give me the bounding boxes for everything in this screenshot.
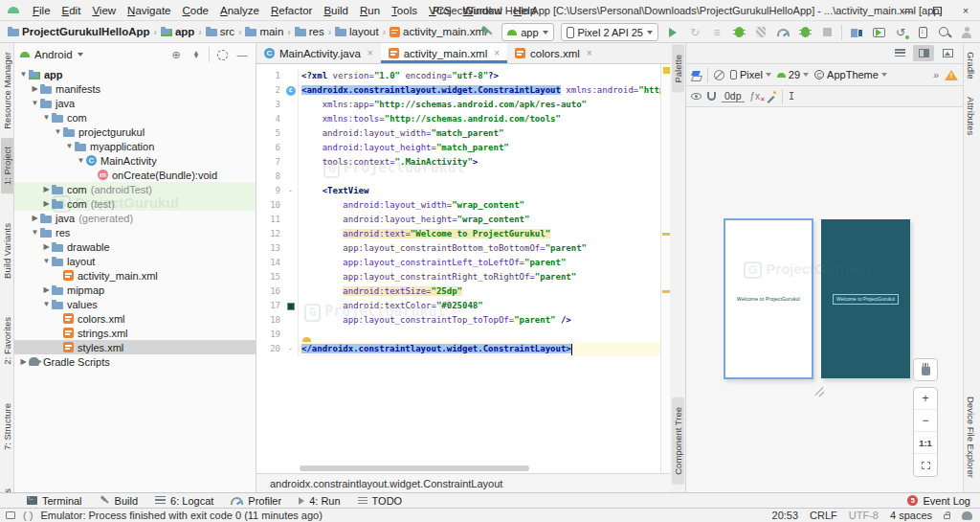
breadcrumb-item-app[interactable]: app <box>161 26 194 37</box>
code-line-19[interactable]: 19 <box>256 328 660 342</box>
orientation-icon[interactable] <box>714 70 724 80</box>
warning-indicator[interactable] <box>945 70 958 80</box>
split-view-button[interactable] <box>913 45 934 61</box>
debug-button[interactable] <box>731 25 746 40</box>
tree-item-java[interactable]: ▶java(generated) <box>14 211 256 225</box>
palette-tab[interactable]: Palette <box>672 45 684 93</box>
coverage-button[interactable] <box>753 25 768 40</box>
tree-expander-icon[interactable]: ▶ <box>41 242 52 251</box>
minimize-button[interactable]: — <box>894 0 923 21</box>
tree-item-app[interactable]: ▼app <box>14 67 256 81</box>
code-line-3[interactable]: 3 xmlns:app="http://schemas.android.com/… <box>256 98 660 112</box>
sidebar-tab-attributes[interactable]: Attributes <box>965 88 977 144</box>
breadcrumb-item-res[interactable]: res <box>295 26 324 37</box>
close-button[interactable]: × <box>951 0 980 21</box>
event-log-button[interactable]: 5 Event Log <box>907 495 970 507</box>
component-tree-tab[interactable]: Component Tree <box>672 397 684 485</box>
zoom-reset-button[interactable]: 1:1 <box>914 432 937 454</box>
device-select[interactable]: Pixel 2 API 25 <box>561 23 659 41</box>
code-line-14[interactable]: 14 app:layout_constraintLeft_toLeftOf="p… <box>256 256 660 270</box>
tree-expander-icon[interactable]: ▶ <box>30 84 40 93</box>
class-gutter-icon[interactable]: c <box>286 86 296 96</box>
menu-edit[interactable]: Edit <box>56 3 87 18</box>
encoding-indicator[interactable]: UTF-8 <box>849 510 879 521</box>
apply-code-changes-button[interactable]: ≡ <box>709 25 724 40</box>
tree-item-layout[interactable]: ▼layout <box>14 254 256 268</box>
attach-debugger-button[interactable] <box>797 25 813 40</box>
run-button[interactable] <box>665 25 680 40</box>
toolwindow-button-4-run[interactable]: 4: Run <box>299 495 340 507</box>
sidebar-tab-device-file-explorer[interactable]: Device File Explorer <box>965 388 977 487</box>
tree-expander-icon[interactable]: ▶ <box>41 199 52 208</box>
autoconnect-icon[interactable] <box>707 92 716 101</box>
editor-tab-mainactivity-java[interactable]: CMainActivity.java× <box>256 43 381 63</box>
breadcrumb-item-src[interactable]: src <box>206 26 234 37</box>
tree-expander-icon[interactable]: ▼ <box>41 113 52 122</box>
device-dropdown[interactable]: Pixel <box>730 69 771 80</box>
zoom-out-button[interactable]: − <box>914 410 937 432</box>
tree-item-mainactivity[interactable]: ▼CMainActivity <box>14 153 256 168</box>
run-configuration-select[interactable]: app <box>501 23 553 41</box>
design-view-button[interactable] <box>937 45 958 61</box>
tree-expander-icon[interactable]: ▶ <box>41 285 52 294</box>
tree-item-oncreate-bundle-void[interactable]: monCreate(Bundle):void <box>14 168 256 182</box>
code-line-13[interactable]: 13 app:layout_constraintBottom_toBottomO… <box>256 241 660 256</box>
tree-item-projectgurukul[interactable]: ▼projectgurukul <box>14 125 256 139</box>
sidebar-tab-1-project[interactable]: 1: Project <box>1 138 13 193</box>
toolwindow-button-build[interactable]: Build <box>100 495 138 507</box>
tree-item-styles-xml[interactable]: styles.xml <box>14 340 256 354</box>
breadcrumb-item-layout[interactable]: layout <box>335 26 379 37</box>
code-line-12[interactable]: 12 android:text="Welcome to ProjectGuruk… <box>256 227 660 241</box>
make-project-button[interactable] <box>479 25 495 40</box>
profile-button[interactable] <box>959 25 974 40</box>
breadcrumb-item-activity_main.xml[interactable]: activity_main.xml <box>390 26 487 37</box>
tree-expander-icon[interactable]: ▶ <box>41 185 52 193</box>
code-line-15[interactable]: 15 app:layout_constraintRight_toRightOf=… <box>256 270 660 284</box>
tree-item-java[interactable]: ▼java <box>14 96 256 110</box>
code-editor[interactable]: 1<?xml version="1.0" encoding="utf-8"?>2… <box>256 64 670 473</box>
code-line-7[interactable]: 7 tools:context=".MainActivity"> <box>256 155 660 170</box>
design-canvas[interactable]: ProjectGurukul Welcome to ProjectGurukul… <box>686 107 963 492</box>
default-margin-control[interactable]: 0dp <box>722 90 745 102</box>
code-line-2[interactable]: 2c<androidx.constraintlayout.widget.Cons… <box>256 83 660 98</box>
stop-button[interactable] <box>819 25 835 40</box>
code-line-5[interactable]: 5 android:layout_width="match_parent" <box>256 126 660 141</box>
code-line-11[interactable]: 11 android:layout_height="wrap_content" <box>256 213 660 227</box>
code-line-20[interactable]: 20-</androidx.constraintlayout.widget.Co… <box>256 342 660 356</box>
collapse-all-button[interactable]: ▲▼ <box>189 47 204 62</box>
infer-constraints-icon[interactable] <box>766 91 776 102</box>
color-preview-swatch[interactable] <box>287 303 295 310</box>
toolwindow-toggle-icon[interactable] <box>6 511 15 519</box>
tree-item-drawable[interactable]: ▶drawable <box>14 239 256 254</box>
api-dropdown[interactable]: 29 <box>777 69 809 80</box>
sidebar-tab-resource-manager[interactable]: Resource Manager <box>1 43 13 138</box>
warning-mark[interactable] <box>662 233 670 236</box>
code-line-6[interactable]: 6 android:layout_height="match_parent" <box>256 141 660 155</box>
code-line-10[interactable]: 10 android:layout_width="wrap_content" <box>256 198 660 213</box>
menu-run[interactable]: Run <box>354 3 386 18</box>
menu-view[interactable]: View <box>86 3 122 18</box>
tree-item-myapplication[interactable]: ▼myapplication <box>14 139 256 153</box>
tree-expander-icon[interactable]: ▼ <box>76 156 86 165</box>
tree-expander-icon[interactable]: ▼ <box>30 99 40 107</box>
horizontal-scrollbar[interactable] <box>300 465 529 471</box>
code-line-17[interactable]: 17 android:textColor="#025048" <box>256 299 660 313</box>
tree-item-gradle-scripts[interactable]: ▶Gradle Scripts <box>14 354 256 369</box>
toolbar-overflow-button[interactable]: » <box>933 69 939 80</box>
readonly-lock-icon[interactable] <box>944 514 950 519</box>
hide-panel-button[interactable]: — <box>234 47 250 62</box>
tree-item-colors-xml[interactable]: colors.xml <box>14 311 256 326</box>
toolwindow-button-profiler[interactable]: Profiler <box>231 495 281 507</box>
code-line-1[interactable]: 1<?xml version="1.0" encoding="utf-8"?> <box>256 69 660 83</box>
tree-item-manifests[interactable]: ▶manifests <box>14 81 256 96</box>
close-tab-icon[interactable]: × <box>587 48 592 58</box>
preview-textview[interactable]: Welcome to ProjectGurukul <box>737 296 800 302</box>
menu-tools[interactable]: Tools <box>386 3 423 18</box>
editor-tab-activity-main-xml[interactable]: activity_main.xml× <box>381 43 507 63</box>
guidelines-icon[interactable]: I <box>789 91 794 102</box>
sidebar-tab-gradle[interactable]: Gradle <box>965 43 977 88</box>
tree-expander-icon[interactable]: ▶ <box>30 214 40 222</box>
code-line-9[interactable]: 9- <TextView <box>256 184 660 198</box>
editor-tab-colors-xml[interactable]: colors.xml× <box>507 43 600 63</box>
tree-item-com[interactable]: ▶com(androidTest) <box>14 182 256 196</box>
